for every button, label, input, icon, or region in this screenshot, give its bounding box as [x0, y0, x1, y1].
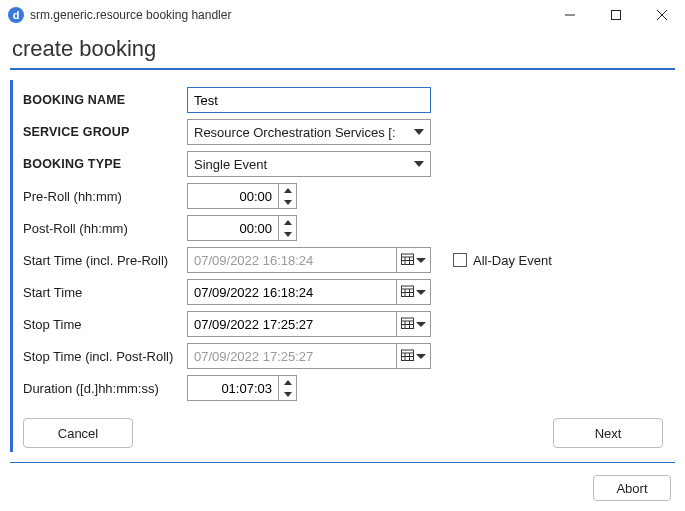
label-start-time: Start Time — [23, 285, 187, 300]
post-roll-input[interactable] — [188, 216, 278, 240]
svg-rect-9 — [402, 286, 414, 297]
window-title: srm.generic.resource booking handler — [30, 8, 547, 22]
pre-roll-down[interactable] — [279, 196, 296, 208]
all-day-checkbox-wrap[interactable]: All-Day Event — [453, 253, 552, 268]
page-title: create booking — [12, 36, 675, 62]
wizard-buttons: Cancel Next — [23, 404, 675, 448]
label-start-incl: Start Time (incl. Pre-Roll) — [23, 253, 187, 268]
cancel-button[interactable]: Cancel — [23, 418, 133, 448]
row-booking-name: BOOKING NAME — [23, 84, 675, 116]
stop-time-calendar-button[interactable] — [396, 312, 430, 336]
label-booking-name: BOOKING NAME — [23, 93, 187, 107]
stop-time-picker[interactable] — [187, 311, 431, 337]
chevron-down-icon — [284, 392, 292, 397]
start-time-calendar-button[interactable] — [396, 280, 430, 304]
start-time-input[interactable] — [188, 280, 396, 304]
app-icon: d — [8, 7, 24, 23]
start-incl-picker — [187, 247, 431, 273]
label-stop-time: Stop Time — [23, 317, 187, 332]
chevron-down-icon — [416, 354, 426, 359]
calendar-icon — [401, 316, 414, 332]
calendar-icon — [401, 284, 414, 300]
stop-incl-picker — [187, 343, 431, 369]
stop-time-input[interactable] — [188, 312, 396, 336]
chevron-down-icon — [284, 232, 292, 237]
chevron-down-icon — [284, 200, 292, 205]
chevron-up-icon — [284, 188, 292, 193]
close-button[interactable] — [639, 0, 685, 30]
chevron-down-icon — [416, 258, 426, 263]
all-day-checkbox[interactable] — [453, 253, 467, 267]
chevron-up-icon — [284, 220, 292, 225]
svg-rect-19 — [402, 350, 414, 361]
chevron-up-icon — [284, 380, 292, 385]
chevron-down-icon — [416, 290, 426, 295]
minimize-button[interactable] — [547, 0, 593, 30]
booking-name-input[interactable] — [187, 87, 431, 113]
post-roll-up[interactable] — [279, 216, 296, 228]
footer: Abort — [593, 475, 671, 501]
label-booking-type: BOOKING TYPE — [23, 157, 187, 171]
chevron-down-icon — [416, 322, 426, 327]
titlebar: d srm.generic.resource booking handler — [0, 0, 685, 30]
start-time-picker[interactable] — [187, 279, 431, 305]
svg-line-2 — [657, 10, 667, 20]
row-service-group: SERVICE GROUP Resource Orchestration Ser… — [23, 116, 675, 148]
chevron-down-icon — [414, 161, 424, 167]
svg-line-3 — [657, 10, 667, 20]
content-area: create booking BOOKING NAME SERVICE GROU… — [0, 30, 685, 452]
row-pre-roll: Pre-Roll (hh:mm) — [23, 180, 675, 212]
row-start-incl: Start Time (incl. Pre-Roll) All-Day Even… — [23, 244, 675, 276]
label-stop-incl: Stop Time (incl. Post-Roll) — [23, 349, 187, 364]
pre-roll-spinner[interactable] — [187, 183, 297, 209]
post-roll-down[interactable] — [279, 228, 296, 240]
next-button[interactable]: Next — [553, 418, 663, 448]
svg-rect-14 — [402, 318, 414, 329]
label-pre-roll: Pre-Roll (hh:mm) — [23, 189, 187, 204]
window-root: d srm.generic.resource booking handler c… — [0, 0, 685, 511]
start-incl-input — [188, 248, 396, 272]
maximize-button[interactable] — [593, 0, 639, 30]
chevron-down-icon — [414, 129, 424, 135]
calendar-icon — [401, 348, 414, 364]
duration-down[interactable] — [279, 388, 296, 400]
service-group-select[interactable]: Resource Orchestration Services [: — [187, 119, 431, 145]
booking-type-value: Single Event — [194, 157, 267, 172]
row-stop-time: Stop Time — [23, 308, 675, 340]
svg-rect-4 — [402, 254, 414, 265]
duration-up[interactable] — [279, 376, 296, 388]
abort-button[interactable]: Abort — [593, 475, 671, 501]
label-post-roll: Post-Roll (hh:mm) — [23, 221, 187, 236]
label-service-group: SERVICE GROUP — [23, 125, 187, 139]
divider-bottom — [10, 462, 675, 463]
pre-roll-input[interactable] — [188, 184, 278, 208]
svg-rect-1 — [612, 11, 621, 20]
label-duration: Duration ([d.]hh:mm:ss) — [23, 381, 187, 396]
row-post-roll: Post-Roll (hh:mm) — [23, 212, 675, 244]
start-incl-calendar-button[interactable] — [396, 248, 430, 272]
booking-type-select[interactable]: Single Event — [187, 151, 431, 177]
service-group-value: Resource Orchestration Services [: — [194, 125, 396, 140]
duration-input[interactable] — [188, 376, 278, 400]
window-controls — [547, 0, 685, 30]
form-area: BOOKING NAME SERVICE GROUP Resource Orch… — [10, 80, 675, 452]
calendar-icon — [401, 252, 414, 268]
row-booking-type: BOOKING TYPE Single Event — [23, 148, 675, 180]
row-duration: Duration ([d.]hh:mm:ss) — [23, 372, 675, 404]
post-roll-spinner[interactable] — [187, 215, 297, 241]
row-start-time: Start Time — [23, 276, 675, 308]
label-all-day: All-Day Event — [473, 253, 552, 268]
stop-incl-input — [188, 344, 396, 368]
row-stop-incl: Stop Time (incl. Post-Roll) — [23, 340, 675, 372]
stop-incl-calendar-button[interactable] — [396, 344, 430, 368]
divider-top — [10, 68, 675, 70]
pre-roll-up[interactable] — [279, 184, 296, 196]
duration-spinner[interactable] — [187, 375, 297, 401]
